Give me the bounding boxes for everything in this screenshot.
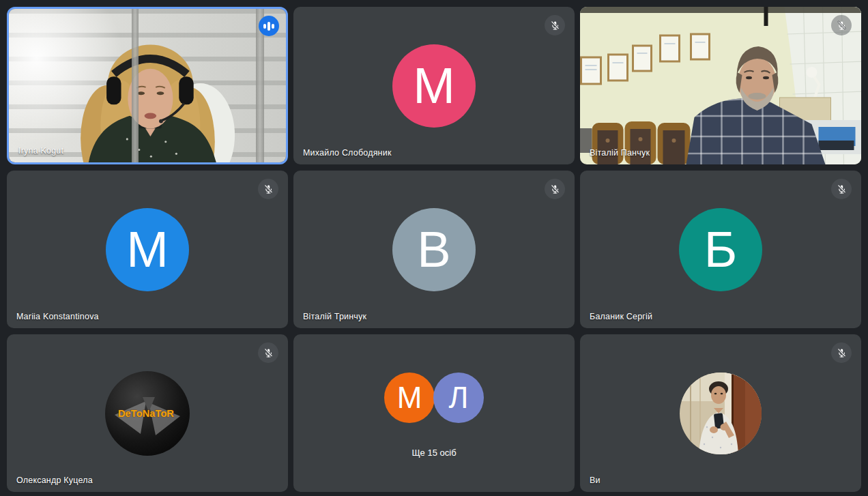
overflow-avatar-2: Л [433, 373, 484, 423]
avatar [680, 373, 762, 454]
participant-tile-iryna-kogut[interactable]: Iryna Kogut [7, 7, 288, 164]
self-name: Ви [590, 476, 601, 485]
selfie-photo [680, 373, 762, 454]
participant-name: Олександр Куцела [16, 476, 93, 485]
avatar: М [392, 44, 476, 128]
participant-name: Mariia Konstantinova [16, 312, 99, 321]
participant-tile-mykhailo-slobodianyk[interactable]: М Михайло Слободяник [293, 7, 575, 164]
audio-level-indicator [259, 16, 279, 36]
person-illustration [9, 9, 286, 162]
avatar: DeToNaToR [105, 371, 190, 456]
meeting-grid: Iryna Kogut М Михайло Слободяник [0, 0, 868, 496]
participant-tile-balanyk-serhii[interactable]: Б Баланик Сергій [580, 171, 861, 328]
self-tile[interactable]: Ви [580, 334, 861, 492]
participant-tile-oleksandr-kutsela[interactable]: DeToNaToR Олександр Куцела [7, 334, 288, 492]
avatar: M [106, 208, 189, 291]
participant-name: Баланик Сергій [590, 312, 652, 321]
overflow-count-label: Ще 15 осіб [293, 448, 575, 458]
participant-tile-vitalii-panchuk[interactable]: Віталій Панчук [580, 7, 861, 164]
video-feed [580, 7, 861, 164]
room-illustration [580, 7, 861, 164]
participant-name: Віталій Панчук [590, 148, 650, 158]
overflow-avatars: М Л [293, 373, 575, 423]
participant-tile-vitalii-trynchuk[interactable]: В Віталій Тринчук [293, 171, 575, 328]
participant-name: Віталій Тринчук [303, 312, 366, 321]
avatar: Б [679, 208, 762, 291]
video-feed [9, 9, 286, 162]
mic-muted-icon [831, 342, 852, 363]
avatar: В [392, 208, 476, 291]
participant-tile-mariia-konstantinova[interactable]: M Mariia Konstantinova [7, 171, 288, 328]
mic-muted-icon [831, 15, 852, 35]
mic-muted-icon [545, 179, 565, 199]
mic-muted-icon [258, 342, 278, 363]
overflow-avatar-1: М [384, 373, 435, 423]
mic-muted-icon [258, 179, 278, 199]
participant-name: Iryna Kogut [18, 146, 63, 156]
window-mullion [132, 9, 139, 162]
svg-text:DeToNaToR: DeToNaToR [118, 408, 174, 419]
participant-name: Михайло Слободяник [303, 148, 392, 158]
mic-muted-icon [831, 179, 852, 199]
mic-muted-icon [545, 15, 565, 35]
overflow-participants-tile[interactable]: М Л Ще 15 осіб [293, 334, 575, 492]
detonator-logo: DeToNaToR [105, 371, 190, 456]
